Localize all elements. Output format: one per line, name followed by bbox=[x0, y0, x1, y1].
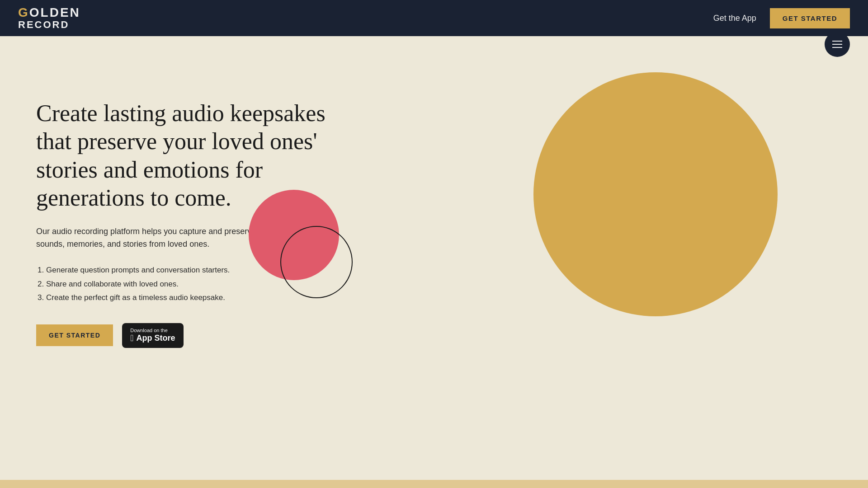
logo-olden: OLDEN bbox=[29, 5, 80, 19]
logo: GOLDEN RECORD bbox=[18, 6, 80, 30]
hamburger-icon bbox=[832, 41, 842, 48]
app-store-large-text:  App Store bbox=[130, 333, 175, 343]
logo-g: G bbox=[18, 5, 29, 19]
hamburger-line-3 bbox=[832, 47, 842, 48]
app-store-small-text: Download on the bbox=[130, 328, 168, 333]
app-store-button[interactable]: Download on the  App Store bbox=[122, 323, 183, 348]
apple-icon:  bbox=[130, 333, 133, 343]
menu-button[interactable] bbox=[825, 32, 850, 57]
hamburger-line-1 bbox=[832, 41, 842, 42]
main-content: Create lasting audio keepsakes that pres… bbox=[0, 36, 868, 488]
logo-record: RECORD bbox=[18, 20, 80, 30]
hamburger-line-2 bbox=[832, 44, 842, 45]
app-store-label: App Store bbox=[137, 333, 175, 343]
circle-gold bbox=[533, 72, 778, 316]
get-started-button[interactable]: GET STARTED bbox=[36, 324, 113, 346]
bottom-bar bbox=[0, 480, 868, 488]
get-app-link[interactable]: Get the App bbox=[713, 14, 756, 23]
navbar: GOLDEN RECORD Get the App GET STARTED bbox=[0, 0, 868, 36]
nav-get-started-button[interactable]: GET STARTED bbox=[770, 8, 850, 28]
nav-right: Get the App GET STARTED bbox=[713, 8, 850, 28]
logo-golden: GOLDEN bbox=[18, 6, 80, 19]
circle-white bbox=[280, 226, 353, 298]
cta-buttons: GET STARTED Download on the  App Store bbox=[36, 323, 344, 348]
